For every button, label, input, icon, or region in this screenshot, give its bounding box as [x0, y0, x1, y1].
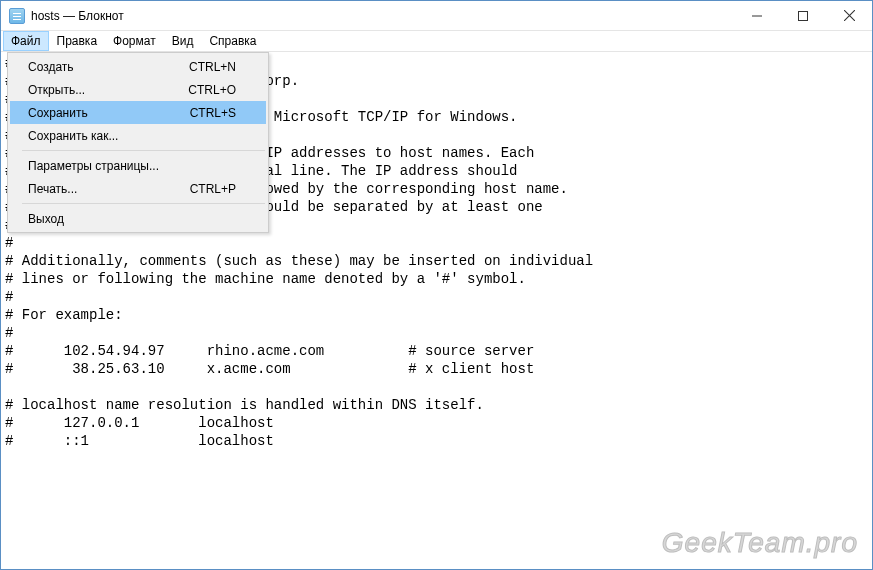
- window-title: hosts — Блокнот: [31, 9, 124, 23]
- menu-item-label: Создать: [28, 60, 74, 74]
- close-button[interactable]: [826, 1, 872, 30]
- menu-item-new[interactable]: Создать CTRL+N: [10, 55, 266, 78]
- window-controls: [734, 1, 872, 30]
- menu-item-open[interactable]: Открыть... CTRL+O: [10, 78, 266, 101]
- file-menu-dropdown: Создать CTRL+N Открыть... CTRL+O Сохрани…: [7, 52, 269, 233]
- title-bar[interactable]: hosts — Блокнот: [1, 1, 872, 31]
- svg-rect-0: [799, 11, 808, 20]
- menu-file[interactable]: Файл: [3, 31, 49, 51]
- menu-item-label: Открыть...: [28, 83, 85, 97]
- menu-bar: Файл Правка Формат Вид Справка: [1, 31, 872, 52]
- menu-item-shortcut: CTRL+N: [189, 60, 236, 74]
- menu-item-shortcut: CTRL+S: [190, 106, 236, 120]
- menu-separator: [22, 203, 265, 204]
- menu-separator: [22, 150, 265, 151]
- minimize-button[interactable]: [734, 1, 780, 30]
- notepad-icon: [9, 8, 25, 24]
- menu-item-label: Параметры страницы...: [28, 159, 159, 173]
- menu-edit[interactable]: Правка: [49, 31, 106, 51]
- menu-item-label: Сохранить: [28, 106, 88, 120]
- menu-item-print[interactable]: Печать... CTRL+P: [10, 177, 266, 200]
- menu-item-page-setup[interactable]: Параметры страницы...: [10, 154, 266, 177]
- watermark-text: GeekTeam.pro: [662, 527, 858, 559]
- menu-item-exit[interactable]: Выход: [10, 207, 266, 230]
- menu-item-save[interactable]: Сохранить CTRL+S: [10, 101, 266, 124]
- menu-item-shortcut: CTRL+P: [190, 182, 236, 196]
- menu-format[interactable]: Формат: [105, 31, 164, 51]
- menu-item-label: Печать...: [28, 182, 77, 196]
- menu-item-save-as[interactable]: Сохранить как...: [10, 124, 266, 147]
- menu-item-shortcut: CTRL+O: [188, 83, 236, 97]
- menu-view[interactable]: Вид: [164, 31, 202, 51]
- menu-item-label: Выход: [28, 212, 64, 226]
- menu-item-label: Сохранить как...: [28, 129, 118, 143]
- menu-help[interactable]: Справка: [201, 31, 264, 51]
- notepad-window: hosts — Блокнот Файл Правка Формат Вид С…: [0, 0, 873, 570]
- maximize-button[interactable]: [780, 1, 826, 30]
